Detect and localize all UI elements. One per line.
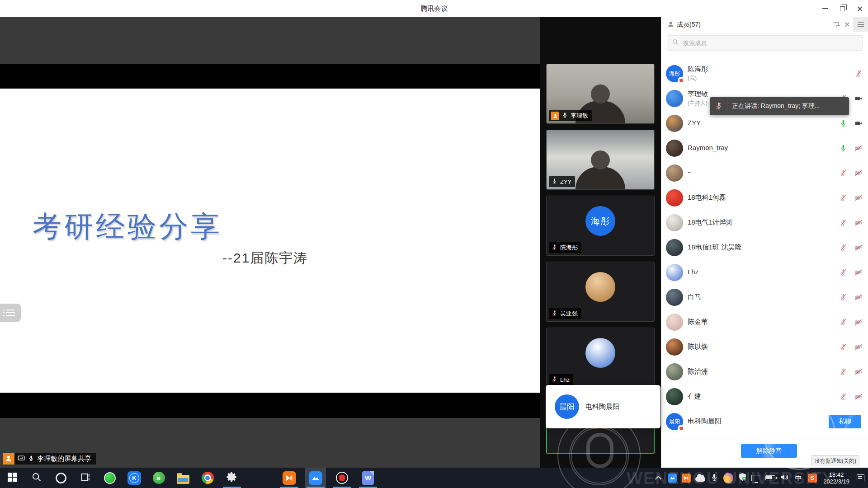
avatar-status-badge: [678, 77, 684, 84]
close-button[interactable]: [851, 0, 868, 17]
screen-recorder-icon[interactable]: [331, 468, 352, 488]
mic-status-icon: [839, 119, 848, 129]
microphone-tray-icon-glyph: [710, 473, 719, 483]
avatar: [585, 272, 615, 302]
notification-glyph: [857, 474, 864, 481]
display-icon-glyph: [751, 475, 761, 481]
member-row[interactable]: 陈以焕: [661, 335, 868, 360]
cloud-icon[interactable]: [695, 473, 705, 483]
screen-share-icon: [17, 454, 25, 464]
members-count-title: 成员(57): [677, 17, 701, 32]
settings-icon-glyph: [226, 471, 238, 485]
sogou-s-icon[interactable]: S: [807, 473, 817, 483]
video-thumbnail[interactable]: 李理敏: [546, 64, 655, 124]
member-name: 陈以焕: [688, 343, 708, 351]
avatar: [666, 314, 683, 331]
video-thumbnail[interactable]: 吴亚强: [546, 262, 655, 322]
screen-share-label: 李理敏的屏幕共享: [37, 455, 91, 463]
panel-actions: [830, 17, 868, 32]
member-row[interactable]: 白马: [661, 285, 868, 310]
member-name: 白马: [688, 293, 701, 301]
file-explorer-icon[interactable]: [173, 468, 193, 488]
mic-status-icon: [854, 69, 863, 80]
member-name: ZYY: [688, 119, 701, 127]
chevron-up-icon[interactable]: [653, 473, 663, 483]
member-row[interactable]: 晨阳电科陶晨阳私聊: [661, 409, 868, 434]
members-panel-header: 成员(57): [661, 17, 868, 32]
close-panel-button[interactable]: [841, 18, 853, 31]
member-row[interactable]: 海彤陈海彤(我): [661, 61, 868, 86]
microphone-tray-icon[interactable]: [709, 473, 719, 483]
tencent-meeting-tray-icon-glyph: [668, 474, 677, 483]
chrome-icon[interactable]: [197, 468, 218, 488]
tencent-meeting-icon[interactable]: [305, 468, 326, 488]
member-row[interactable]: 亻建: [661, 385, 868, 409]
titlebar: 腾讯会议: [0, 0, 868, 17]
thumbnail-name-label: ZYY: [549, 176, 575, 187]
wps-writer-icon-glyph: W: [362, 471, 374, 485]
thumbnail-name: 陈海彤: [560, 244, 578, 252]
member-row[interactable]: ~: [661, 161, 868, 186]
taskbar-clock[interactable]: 18:422022/3/19: [821, 471, 851, 485]
ime-zh-indicator-glyph: 中: [795, 473, 802, 483]
display-icon[interactable]: [751, 473, 761, 483]
member-row[interactable]: 陈金苇: [661, 310, 868, 335]
member-search-input[interactable]: [682, 39, 849, 47]
popout-panel-button[interactable]: [830, 18, 841, 31]
restore-button[interactable]: [834, 0, 851, 17]
start-button[interactable]: [2, 468, 23, 488]
task-view-icon[interactable]: [75, 468, 96, 488]
panel-menu-button[interactable]: [853, 17, 868, 32]
video-thumbnail[interactable]: ZYY: [546, 130, 655, 190]
thumbnail-name-label: Lhz: [549, 374, 573, 385]
member-name: 18电气1计烨涛: [688, 218, 733, 227]
mic-status-icon: [839, 367, 848, 378]
member-row[interactable]: Raymon_tray: [661, 136, 868, 161]
member-row[interactable]: 18电科1何磊: [661, 186, 868, 211]
sogou-fox-icon[interactable]: [723, 473, 733, 483]
action-center-icon[interactable]: [855, 473, 865, 483]
app-k-icon[interactable]: K: [124, 468, 145, 488]
taskbar: 中S18:422022/3/19 KeW: [0, 468, 868, 488]
member-name: 18电科1何磊: [688, 193, 726, 202]
defender-shield-icon[interactable]: [737, 473, 747, 483]
app-360-icon[interactable]: [99, 468, 120, 488]
search-icon[interactable]: [26, 468, 47, 488]
member-name: ~: [688, 169, 692, 176]
ime-zh-indicator[interactable]: 中: [793, 473, 803, 483]
video-thumbnail[interactable]: Lhz: [546, 328, 655, 388]
member-row[interactable]: 18电气1计烨涛: [661, 211, 868, 235]
muted-mic-icon: [714, 101, 723, 112]
muted-mic-icon: [551, 375, 558, 384]
member-search-box: [667, 35, 863, 51]
avatar: [666, 289, 683, 306]
unmute-button[interactable]: 解除静音: [741, 444, 797, 458]
browser-green-icon[interactable]: e: [148, 468, 169, 488]
volume-icon[interactable]: [779, 473, 789, 483]
battery-icon[interactable]: [765, 473, 775, 483]
screen-share-banner: 李理敏的屏幕共享: [14, 453, 96, 465]
cortana-icon[interactable]: [51, 468, 71, 488]
tencent-meeting-icon-glyph: [309, 471, 322, 485]
mindmaster-tray-icon[interactable]: [681, 473, 691, 483]
video-thumbnail[interactable]: 海彤陈海彤: [546, 196, 655, 256]
private-chat-button[interactable]: 私聊: [829, 415, 861, 428]
tencent-meeting-tray-icon[interactable]: [667, 473, 677, 483]
wps-writer-icon[interactable]: W: [358, 468, 378, 488]
camera-status-icon: [854, 119, 863, 130]
screen-recorder-icon-glyph: [336, 472, 348, 484]
members-icon: [667, 20, 675, 30]
member-row[interactable]: 18电信1班 沈昊隆: [661, 235, 868, 260]
slideshow-nav-widget[interactable]: [0, 304, 21, 322]
thumbnail-name-label: 吴亚强: [549, 308, 581, 319]
mindmaster-icon[interactable]: [279, 468, 300, 488]
thumbnail-name-label: 李理敏: [549, 110, 592, 121]
settings-icon[interactable]: [222, 468, 242, 488]
member-row[interactable]: Lhz: [661, 260, 868, 285]
mic-status-icon: [839, 169, 848, 179]
clock-time: 18:42: [823, 471, 849, 478]
minimize-button[interactable]: [816, 0, 834, 17]
mic-status-icon: [839, 343, 848, 353]
avatar: 晨阳: [555, 394, 579, 419]
member-row[interactable]: 陈治洲: [661, 360, 868, 385]
